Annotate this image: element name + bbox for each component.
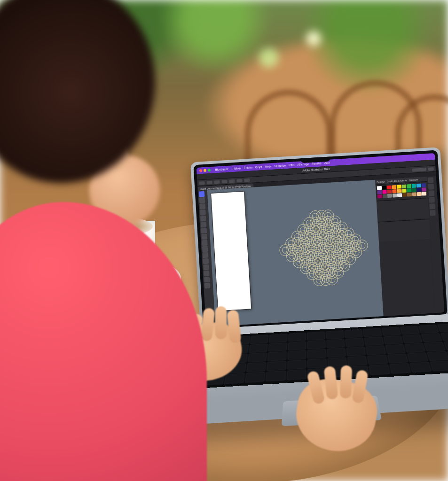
key[interactable] [288,341,306,350]
selection-tool-icon[interactable] [199,191,205,197]
swatch[interactable] [402,193,407,197]
ellipse-tool-icon[interactable] [201,228,207,234]
menu-texte[interactable]: Texte [265,165,272,168]
key[interactable] [287,360,306,370]
swatch[interactable] [392,194,397,198]
swatch[interactable] [417,188,421,192]
key[interactable] [387,354,408,364]
brush-tool-icon[interactable] [201,234,207,240]
swatch[interactable] [382,190,387,194]
key[interactable] [326,330,344,339]
control-widget[interactable] [229,179,235,183]
key[interactable] [248,353,267,362]
key[interactable] [224,373,245,384]
key[interactable] [327,348,346,357]
panel-icon[interactable] [428,177,434,183]
key[interactable] [366,346,385,355]
key[interactable] [266,371,286,381]
swatch[interactable] [412,188,417,192]
swatch[interactable] [412,192,417,196]
key[interactable] [269,334,287,343]
search-icon[interactable] [428,167,434,171]
key[interactable] [267,351,286,361]
control-widget[interactable] [221,179,227,183]
panel-tab[interactable]: Nuancier [409,178,418,181]
key[interactable] [251,335,269,344]
share-button[interactable] [412,168,426,172]
swatch[interactable] [397,185,401,189]
panel-icon[interactable] [429,197,435,203]
canvas[interactable] [207,180,384,326]
swatch[interactable] [387,194,392,198]
swatch[interactable] [411,184,416,188]
key[interactable] [307,332,324,341]
artboard-tool-icon[interactable] [204,277,210,283]
key[interactable] [389,364,410,374]
key[interactable] [364,337,384,346]
app-menu[interactable]: Illustrator [215,168,228,171]
swatch[interactable] [407,188,411,193]
type-tool-icon[interactable] [200,209,206,216]
key[interactable] [346,338,364,347]
minimize-window-icon[interactable] [204,169,206,172]
key[interactable] [268,342,287,351]
key[interactable] [419,325,439,333]
key[interactable] [383,335,403,344]
key[interactable] [440,332,448,341]
swatch[interactable] [417,184,421,188]
gradient-tool-icon[interactable] [203,264,209,271]
menu-effet[interactable]: Effet [289,163,295,167]
scale-tool-icon[interactable] [203,258,209,264]
close-window-icon[interactable] [199,169,202,172]
control-widget[interactable] [206,180,212,184]
rotate-tool-icon[interactable] [203,252,209,258]
control-widget[interactable] [214,180,220,184]
control-widget[interactable] [236,178,242,182]
swatch[interactable] [422,192,426,196]
key[interactable] [407,352,428,362]
swatch[interactable] [407,193,412,197]
geometric-pattern-artwork[interactable] [259,188,388,308]
key[interactable] [326,339,345,348]
swatch[interactable] [382,186,386,190]
panel-section[interactable] [379,239,435,316]
key[interactable] [267,361,286,371]
key[interactable] [288,333,306,341]
control-widget[interactable] [244,178,250,182]
key[interactable] [287,370,306,380]
swatch[interactable] [392,185,396,189]
swatch[interactable] [392,189,397,194]
key[interactable] [245,372,265,382]
swatch[interactable] [387,190,392,194]
swatch[interactable] [382,194,387,198]
key[interactable] [427,351,448,361]
panel-tab[interactable]: Couleur [377,180,385,183]
zoom-tool-icon[interactable] [204,283,211,289]
key[interactable] [430,361,448,371]
panel-section[interactable] [377,198,429,221]
key[interactable] [410,362,432,372]
menu-fichier[interactable]: Fichier [232,167,241,170]
key[interactable] [246,362,266,372]
swatch[interactable] [401,185,406,189]
key[interactable] [402,334,423,343]
key[interactable] [400,326,420,334]
artboard[interactable] [211,192,251,311]
key[interactable] [382,327,401,335]
swatches-panel[interactable] [376,182,428,200]
menu-édition[interactable]: Édition [244,166,252,170]
swatch[interactable] [417,192,422,196]
panel-icon[interactable] [429,190,435,196]
key[interactable] [369,365,390,375]
key[interactable] [424,342,445,351]
key[interactable] [346,347,366,356]
rect-tool-icon[interactable] [201,222,207,228]
key[interactable] [307,340,325,349]
key[interactable] [437,324,448,332]
swatch[interactable] [402,189,407,193]
swatch[interactable] [421,183,426,187]
menu-objet[interactable]: Objet [255,165,262,169]
panel-icon[interactable] [428,184,434,190]
menu-affichage[interactable]: Affichage [297,163,309,166]
swatch[interactable] [397,193,402,197]
